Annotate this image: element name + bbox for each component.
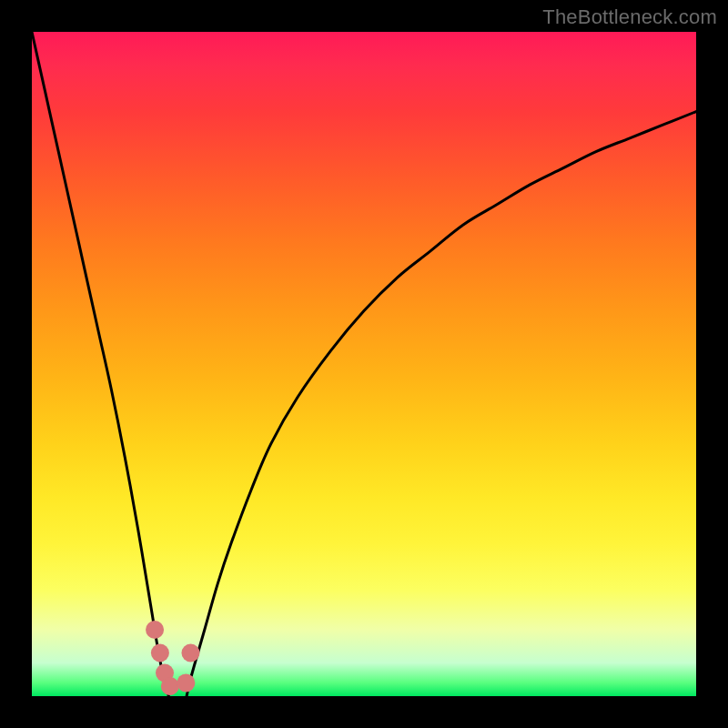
highlight-marker [146,621,164,639]
chart-frame: TheBottleneck.com [0,0,728,728]
highlight-markers [146,621,199,695]
highlight-marker [151,644,169,662]
watermark-text: TheBottleneck.com [542,5,717,29]
curve-right-branch [187,112,696,696]
highlight-marker [177,673,195,692]
plot-area [32,32,696,696]
highlight-marker [181,644,199,662]
highlight-marker [161,677,179,695]
curve-left-branch [32,32,168,696]
bottleneck-curve [32,32,696,696]
